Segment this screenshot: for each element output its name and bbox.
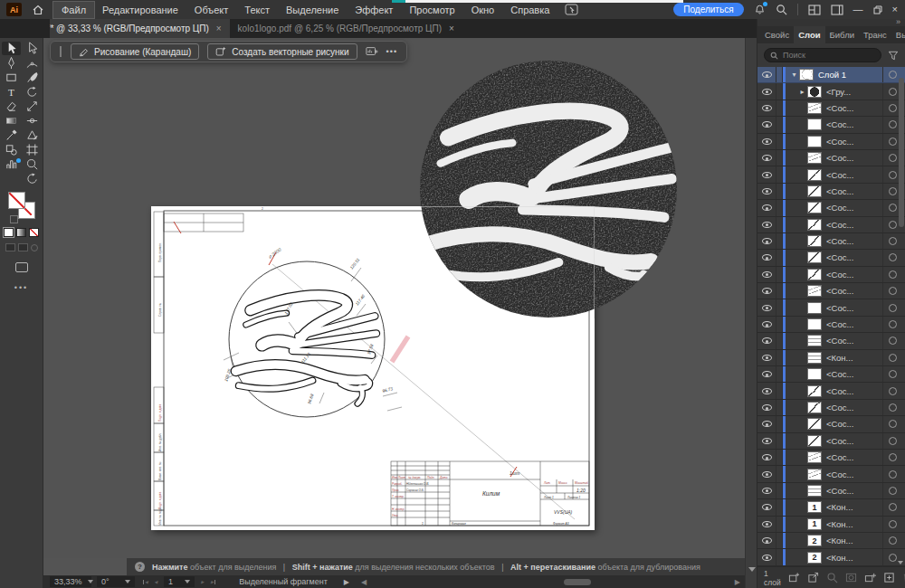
- expand-chevron[interactable]: ▸: [797, 88, 807, 96]
- layer-name[interactable]: <Сос...: [826, 319, 882, 329]
- layer-name[interactable]: Слой 1: [818, 70, 882, 80]
- none-button[interactable]: [29, 228, 39, 237]
- artboard-number-field[interactable]: 1: [164, 576, 195, 587]
- shaper-tool[interactable]: [23, 128, 42, 142]
- menu-item[interactable]: Окно: [463, 2, 503, 18]
- panel-tab[interactable]: Свойс: [760, 26, 794, 43]
- eraser-tool[interactable]: [2, 100, 21, 113]
- visibility-toggle[interactable]: [757, 333, 776, 348]
- lock-toggle[interactable]: [776, 150, 783, 166]
- lock-toggle[interactable]: [776, 267, 783, 282]
- layer-name[interactable]: <Сос...: [826, 153, 882, 163]
- rotation-field[interactable]: 0°: [97, 576, 135, 587]
- width-tool[interactable]: [23, 114, 42, 128]
- visibility-toggle[interactable]: [757, 134, 776, 149]
- layer-row[interactable]: <Сос...: [757, 317, 905, 333]
- gradient-button[interactable]: [16, 228, 26, 237]
- target-circle[interactable]: [889, 536, 897, 545]
- lock-toggle[interactable]: [776, 333, 783, 348]
- visibility-toggle[interactable]: [757, 433, 776, 449]
- target-circle[interactable]: [889, 554, 897, 562]
- scale-tool[interactable]: [23, 100, 42, 113]
- visibility-toggle[interactable]: [757, 83, 776, 99]
- filter-funnel-icon[interactable]: [888, 51, 899, 61]
- target-circle[interactable]: [889, 221, 897, 229]
- layer-name[interactable]: <Сос...: [826, 186, 882, 196]
- visibility-toggle[interactable]: [757, 533, 776, 548]
- lock-toggle[interactable]: [776, 67, 783, 82]
- layer-name[interactable]: <Кон...: [826, 519, 882, 529]
- direct-selection-tool[interactable]: [23, 42, 42, 55]
- menu-item[interactable]: Текст: [236, 2, 278, 18]
- artboard-tool[interactable]: [23, 143, 42, 156]
- layer-row[interactable]: 2 <Кон...: [757, 533, 905, 549]
- close-tab-icon[interactable]: ×: [449, 24, 454, 33]
- draw-inside-mode[interactable]: [31, 244, 38, 251]
- collect-for-export-icon[interactable]: [788, 572, 800, 583]
- layer-row[interactable]: <Сос...: [757, 400, 905, 416]
- layer-row[interactable]: <Сос...: [757, 134, 905, 150]
- panel-tab[interactable]: Транс: [859, 26, 891, 43]
- zoom-tool[interactable]: [23, 157, 42, 171]
- lock-toggle[interactable]: [776, 117, 783, 132]
- target-circle[interactable]: [889, 470, 897, 479]
- layers-scroll-thumb[interactable]: [899, 78, 904, 227]
- layer-name[interactable]: <Кон...: [826, 502, 882, 512]
- target-circle[interactable]: [889, 287, 897, 295]
- layer-row[interactable]: <Сос...: [757, 433, 905, 450]
- menu-item[interactable]: Редактирование: [94, 2, 186, 18]
- target-circle[interactable]: [889, 320, 897, 328]
- layer-name[interactable]: <Сос...: [826, 419, 882, 429]
- visibility-toggle[interactable]: [757, 150, 776, 166]
- vertical-scrollbar[interactable]: [745, 38, 757, 588]
- layer-name[interactable]: <Сос...: [826, 270, 882, 280]
- layer-name[interactable]: <Сос...: [826, 286, 882, 296]
- lock-toggle[interactable]: [776, 250, 783, 265]
- lock-toggle[interactable]: [776, 483, 783, 498]
- layer-row[interactable]: <Сос...: [757, 283, 905, 299]
- layer-name[interactable]: <Сос...: [826, 436, 882, 446]
- visibility-toggle[interactable]: [757, 67, 776, 82]
- layer-row[interactable]: <Сос...: [757, 200, 905, 216]
- rotate-tool[interactable]: [23, 85, 42, 99]
- target-circle[interactable]: [889, 154, 897, 162]
- visibility-toggle[interactable]: [757, 200, 776, 215]
- target-circle[interactable]: [889, 420, 897, 428]
- layer-name[interactable]: <Кон...: [826, 536, 882, 545]
- visibility-toggle[interactable]: [757, 299, 776, 315]
- layer-name[interactable]: <Сос...: [826, 369, 882, 379]
- layer-row[interactable]: ▾ Слой 1: [757, 67, 905, 83]
- status-play-icon[interactable]: ▶: [344, 578, 349, 586]
- lock-toggle[interactable]: [776, 466, 783, 481]
- lock-toggle[interactable]: [776, 217, 783, 232]
- target-circle[interactable]: [889, 370, 897, 378]
- target-circle[interactable]: [889, 387, 897, 395]
- visibility-toggle[interactable]: [757, 466, 776, 481]
- lock-toggle[interactable]: [776, 533, 783, 548]
- visibility-toggle[interactable]: [757, 416, 776, 432]
- menu-item[interactable]: Объект: [186, 2, 236, 18]
- layer-name[interactable]: <Кон...: [826, 553, 882, 563]
- restore-button[interactable]: [873, 5, 882, 14]
- lock-toggle[interactable]: [776, 416, 783, 432]
- canvas[interactable]: Перв. примен. Справ. № Подп. и дата Инв.…: [43, 38, 745, 558]
- screen-mode-button[interactable]: [15, 262, 28, 272]
- target-circle[interactable]: [889, 237, 897, 245]
- lock-toggle[interactable]: [776, 317, 783, 332]
- lock-toggle[interactable]: [776, 549, 783, 564]
- panel-tab[interactable]: Библи: [825, 26, 859, 43]
- home-icon[interactable]: [32, 4, 44, 16]
- arrange-documents-icon[interactable]: [808, 5, 821, 15]
- lock-toggle[interactable]: [776, 366, 783, 382]
- layers-scroll-down-arrow[interactable]: [898, 561, 903, 564]
- visibility-toggle[interactable]: [757, 267, 776, 282]
- close-tab-icon[interactable]: ×: [216, 24, 222, 33]
- visibility-toggle[interactable]: [757, 317, 776, 332]
- target-circle[interactable]: [889, 304, 897, 312]
- target-circle[interactable]: [889, 354, 897, 362]
- panel-tab[interactable]: Вырав: [891, 26, 905, 43]
- first-artboard-button[interactable]: ◀: [143, 580, 148, 584]
- logo-artwork[interactable]: [420, 61, 677, 318]
- layer-name[interactable]: <Сос...: [826, 252, 882, 262]
- layer-row[interactable]: <Кон...: [757, 350, 905, 366]
